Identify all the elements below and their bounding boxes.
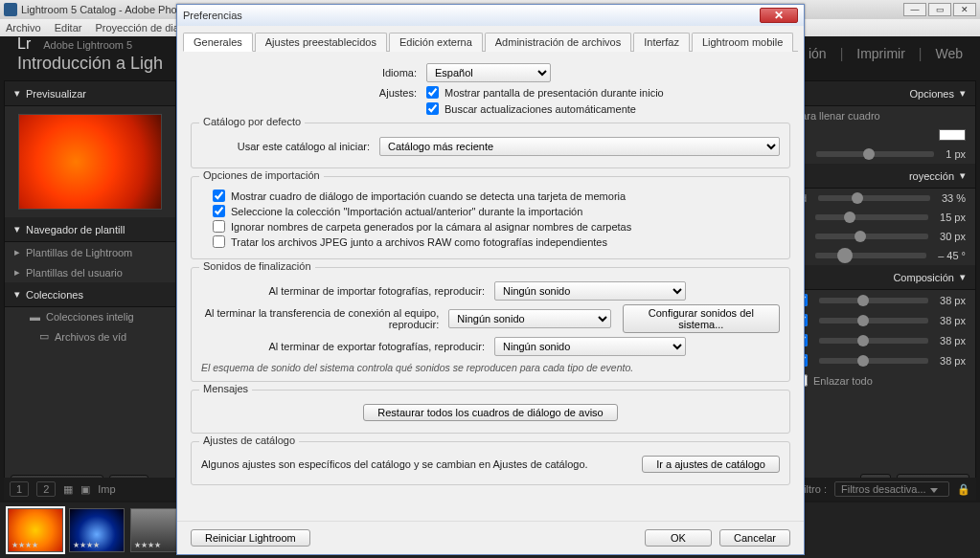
slider-offset[interactable] [815, 214, 928, 220]
dialog-title: Preferencias [183, 10, 242, 21]
tab-file-handling[interactable]: Administración de archivos [485, 33, 631, 52]
right-panel: Opciones ▾ para llenar cuadro o ra1 px r… [785, 80, 976, 501]
dialog-titlebar[interactable]: Preferencias ✕ [177, 5, 804, 26]
app-title: Lightroom 5 Catalog - Adobe Phot [21, 4, 180, 15]
jpeg-raw-checkbox[interactable] [213, 235, 225, 248]
brand-line2: Introducción a Ligh [17, 54, 163, 73]
collections-header[interactable]: ▾ Colecciones [5, 282, 175, 307]
restart-lightroom-button[interactable]: Reiniciar Lightroom [191, 529, 310, 547]
app-icon [4, 3, 17, 16]
page-2[interactable]: 2 [36, 481, 56, 497]
import-dialog-checkbox[interactable] [213, 190, 225, 202]
filmstrip-thumb-1[interactable]: ★★★★ [8, 508, 63, 552]
language-select[interactable]: Español [426, 63, 551, 82]
tab-generales[interactable]: Generales [183, 33, 253, 52]
catalog-select[interactable]: Catálogo más reciente [379, 137, 780, 156]
messages-fieldset: Mensajes Restaurar todos los cuadros de … [191, 390, 790, 434]
composition-header[interactable]: Composición ▾ [786, 265, 975, 290]
maximize-button[interactable]: ▭ [928, 3, 951, 16]
restore-dialogs-button[interactable]: Restaurar todos los cuadros de diálogo d… [363, 404, 617, 421]
filter-dropdown[interactable]: Filtros desactiva... [834, 481, 949, 497]
updates-label: Buscar actualizaciones automáticamente [444, 103, 636, 115]
slider-angle[interactable] [815, 253, 927, 258]
template-item-lightroom[interactable]: ▸ Plantillas de Lightroom [5, 242, 175, 262]
sound-note: El esquema de sonido del sistema control… [201, 362, 780, 373]
module-slideshow[interactable]: ión [809, 46, 827, 61]
slider-border[interactable] [816, 151, 934, 157]
page-1[interactable]: 1 [10, 481, 29, 497]
ok-button[interactable]: OK [645, 529, 712, 547]
close-button[interactable]: ✕ [953, 3, 976, 16]
ignore-folder-names-checkbox[interactable] [213, 220, 225, 233]
language-label: Idioma: [191, 67, 421, 78]
options-header[interactable]: Opciones ▾ [786, 81, 975, 106]
menu-archivo[interactable]: Archivo [6, 22, 41, 33]
template-browser-header[interactable]: ▾ Navegador de plantill [5, 217, 175, 242]
completion-sounds-fieldset: Sonidos de finalización Al terminar de i… [191, 267, 790, 382]
catalog-label: Usar este catálogo al iniciar: [201, 141, 374, 152]
dialog-footer: Reiniciar Lightroom OK Cancelar [177, 521, 804, 554]
tab-external-edit[interactable]: Edición externa [389, 33, 483, 52]
settings-label: Ajustes: [191, 87, 421, 99]
preferences-dialog: Preferencias ✕ Generales Ajustes preesta… [176, 4, 805, 555]
import-options-fieldset: Opciones de importación Mostrar cuadro d… [191, 176, 790, 259]
dialog-tabs: Generales Ajustes preestablecidos Edició… [183, 32, 798, 52]
catalog-settings-fieldset: Ajustes de catálogo Algunos ajustes son … [191, 441, 790, 485]
projection-header[interactable]: royección ▾ [786, 164, 975, 189]
previsualizar-header[interactable]: ▾ Previsualizar [5, 81, 175, 106]
cancel-button[interactable]: Cancelar [719, 529, 790, 547]
select-collection-checkbox[interactable] [213, 205, 225, 217]
tab-interface[interactable]: Interfaz [633, 33, 690, 52]
slider-radius[interactable] [815, 234, 929, 239]
fill-row[interactable]: para llenar cuadro [786, 106, 975, 125]
color-swatch[interactable] [939, 129, 966, 141]
export-sound-select[interactable]: Ningún sonido [494, 337, 686, 356]
tab-mobile[interactable]: Lightroom mobile [692, 33, 793, 52]
goto-catalog-settings-button[interactable]: Ir a ajustes de catálogo [642, 456, 780, 473]
collection-videos[interactable]: ▭ Archivos de víd [5, 326, 175, 346]
updates-checkbox[interactable] [426, 102, 439, 115]
import-sound-select[interactable]: Ningún sonido [494, 281, 686, 301]
tab-presets[interactable]: Ajustes preestablecidos [255, 33, 387, 52]
lr-logo-mark: Lr [17, 35, 31, 52]
module-print[interactable]: Imprimir [856, 46, 905, 61]
grid-icon[interactable]: ▣ [80, 483, 90, 496]
configure-sounds-button[interactable]: Configurar sonidos del sistema... [623, 304, 780, 333]
template-item-user[interactable]: ▸ Plantillas del usuario [5, 262, 175, 282]
left-panel: ▾ Previsualizar ▾ Navegador de plantill … [4, 80, 176, 501]
tether-sound-select[interactable]: Ningún sonido [448, 309, 610, 328]
catalog-note: Algunos ajustes son específicos del catá… [201, 458, 588, 470]
brand-line1: Adobe Lightroom 5 [43, 39, 132, 51]
dialog-close-button[interactable]: ✕ [760, 8, 798, 23]
minimize-button[interactable]: — [903, 3, 926, 16]
module-web[interactable]: Web [935, 46, 963, 61]
filmstrip-thumb-2[interactable]: ★★★★ [69, 508, 125, 552]
menu-editar[interactable]: Editar [55, 22, 82, 33]
collection-smart[interactable]: ▬ Colecciones intelig [5, 307, 175, 326]
filter-lock-icon[interactable]: 🔒 [957, 483, 970, 496]
splash-checkbox[interactable] [426, 86, 439, 99]
splash-label: Mostrar pantalla de presentación durante… [444, 87, 664, 99]
dialog-content: Idioma: Español Ajustes: Mostrar pantall… [177, 52, 804, 521]
default-catalog-fieldset: Catálogo por defecto Usar este catálogo … [191, 123, 790, 168]
imp-label: Imp [98, 483, 115, 495]
preview-thumbnail[interactable] [18, 114, 162, 210]
slider-opacity[interactable] [818, 195, 930, 201]
menu-proyeccion[interactable]: Proyección de diap [95, 22, 185, 33]
loupe-icon[interactable]: ▦ [63, 483, 73, 496]
